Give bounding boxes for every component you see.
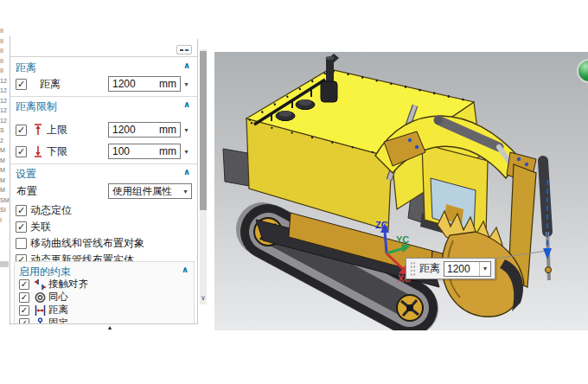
upper-limit-label: 上限 xyxy=(47,123,67,138)
divider xyxy=(10,163,197,164)
scrollbar-down-arrow[interactable]: ∨ xyxy=(199,293,208,304)
constraint-dialog: 距离 ∧ ✓ 距离 1200 mm ▾ 距离限制 ∧ ✓ 上限 1200 mm … xyxy=(10,39,198,324)
lower-limit-checkbox[interactable]: ✓ xyxy=(16,146,27,157)
constraint-item-touch-align[interactable]: ✓ 接触对齐 xyxy=(19,278,192,291)
dialog-scrollbar[interactable] xyxy=(200,49,207,304)
dash-icon xyxy=(180,49,183,51)
constraint-item-concentric[interactable]: ✓ 同心 xyxy=(19,291,192,304)
fix-icon xyxy=(34,317,47,325)
distance-onscreen-tag[interactable]: 距离 1200 ▾ xyxy=(406,258,495,279)
section-title-distance[interactable]: 距离 xyxy=(16,61,36,74)
layout-label: 布置 xyxy=(16,184,37,199)
unit-dropdown[interactable]: ▾ xyxy=(181,76,192,92)
excavator-model[interactable] xyxy=(223,54,552,321)
dynamic-positioning-checkbox[interactable]: ✓ xyxy=(16,205,27,216)
checkbox[interactable]: ✓ xyxy=(19,292,29,303)
unit-label: mm xyxy=(159,145,176,157)
section-title-enabled-constraints[interactable]: 启用的约束 xyxy=(19,265,71,278)
distance-label: 距离 xyxy=(40,77,61,92)
lower-limit-icon xyxy=(32,144,44,158)
upper-limit-icon xyxy=(32,123,44,137)
lower-limit-label: 下限 xyxy=(47,144,67,159)
divider xyxy=(10,96,197,97)
tag-input[interactable]: 1200 ▾ xyxy=(444,261,491,277)
tag-label: 距离 xyxy=(419,261,440,276)
section-title-settings[interactable]: 设置 xyxy=(16,167,36,180)
constraint-item-distance[interactable]: ✓ 距离 xyxy=(19,304,192,317)
graphics-viewport[interactable]: ZC YC XC 距离 1200 ▾ xyxy=(214,52,588,330)
3d-scene-canvas[interactable]: ZC YC XC xyxy=(214,52,588,330)
distance-icon xyxy=(34,304,47,317)
checkbox[interactable]: ✓ xyxy=(19,318,29,325)
move-curves-checkbox[interactable] xyxy=(16,238,27,249)
unit-dropdown[interactable]: ▾ xyxy=(181,144,192,159)
lower-limit-input[interactable]: 100 mm xyxy=(108,144,181,159)
unit-label: mm xyxy=(159,124,176,136)
collapse-chevron-icon[interactable]: ∧ xyxy=(183,61,190,70)
z-axis-label: ZC xyxy=(375,220,388,230)
layout-combo[interactable]: 使用组件属性 ▾ xyxy=(108,183,192,199)
touch-align-icon xyxy=(34,278,47,291)
dialog-header-bar[interactable] xyxy=(10,39,197,57)
panel-resize-handle[interactable]: ▲ xyxy=(102,324,118,331)
cutoff-left-panel: II II II II II 12 12 12 12 12 S 2 M M M … xyxy=(0,26,10,329)
tag-dropdown-icon[interactable]: ▾ xyxy=(479,262,490,276)
collapse-chevron-icon[interactable]: ∧ xyxy=(183,99,190,109)
upper-limit-input[interactable]: 1200 mm xyxy=(108,122,181,138)
section-title-limits[interactable]: 距离限制 xyxy=(16,99,57,112)
dialog-more-button[interactable] xyxy=(176,45,192,54)
dash-icon xyxy=(185,49,189,51)
mini-scrollbar[interactable] xyxy=(0,261,9,267)
constraint-item-fix[interactable]: ✓ 固定 xyxy=(19,317,192,324)
scrollbar-thumb[interactable] xyxy=(200,51,207,210)
collapse-chevron-icon[interactable]: ∧ xyxy=(182,265,189,274)
concentric-icon xyxy=(34,291,47,304)
y-axis-label: YC xyxy=(396,234,409,245)
collapse-chevron-icon[interactable]: ∧ xyxy=(183,167,190,176)
unit-label: mm xyxy=(159,78,176,90)
distance-checkbox[interactable]: ✓ xyxy=(16,79,27,90)
associative-checkbox[interactable]: ✓ xyxy=(16,221,27,233)
distance-value-input[interactable]: 1200 mm xyxy=(108,76,181,92)
checkbox[interactable]: ✓ xyxy=(19,279,29,290)
combo-dropdown-icon: ▾ xyxy=(180,188,191,195)
green-sphere-icon[interactable] xyxy=(578,60,588,82)
unit-dropdown[interactable]: ▾ xyxy=(181,122,192,138)
checkbox[interactable]: ✓ xyxy=(19,305,29,316)
drag-grip-icon[interactable] xyxy=(410,261,416,276)
upper-limit-checkbox[interactable]: ✓ xyxy=(16,125,27,136)
enabled-constraints-group: 启用的约束 ∧ ✓ 接触对齐 ✓ 同心 ✓ xyxy=(14,261,195,324)
